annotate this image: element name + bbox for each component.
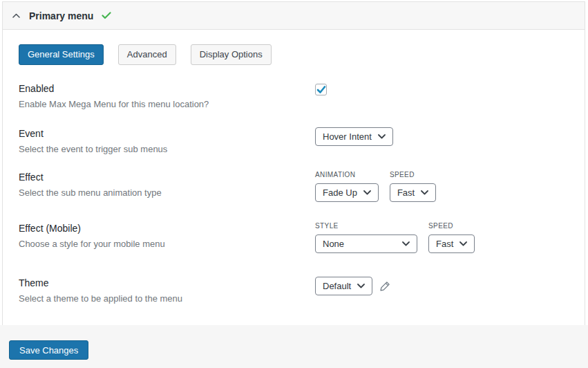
event-select-value: Hover Intent [323, 131, 372, 142]
event-select[interactable]: Hover Intent [315, 127, 393, 146]
tab-advanced[interactable]: Advanced [118, 44, 176, 65]
theme-description: Select a theme to be applied to the menu [19, 293, 315, 304]
enabled-label: Enabled [19, 82, 315, 95]
chevron-down-icon [402, 241, 410, 246]
checkbox-check-icon [316, 86, 326, 94]
setting-row-enabled: Enabled Enable Max Mega Menu for this me… [19, 82, 571, 110]
chevron-down-icon [421, 190, 428, 195]
chevron-down-icon [357, 284, 365, 288]
mobile-speed-value: Fast [436, 239, 453, 249]
setting-row-theme: Theme Select a theme to be applied to th… [19, 277, 571, 304]
mobile-style-select[interactable]: None [315, 234, 417, 253]
event-label: Event [19, 127, 315, 140]
chevron-down-icon [363, 190, 371, 195]
enabled-description: Enable Max Mega Menu for this menu locat… [19, 98, 315, 110]
effect-animation-value: Fade Up [323, 187, 357, 198]
speed-mini-label: SPEED [428, 222, 475, 230]
mobile-speed-select[interactable]: Fast [428, 234, 475, 253]
panel-title: Primary menu [29, 10, 93, 21]
effect-speed-value: Fast [397, 187, 415, 198]
effect-mobile-label: Effect (Mobile) [19, 222, 315, 235]
panel-header[interactable]: Primary menu [3, 2, 585, 30]
theme-select[interactable]: Default [315, 277, 372, 295]
tab-bar: General Settings Advanced Display Option… [19, 44, 571, 65]
setting-row-effect-mobile: Effect (Mobile) Choose a style for your … [19, 222, 571, 253]
panel-body: General Settings Advanced Display Option… [3, 30, 585, 325]
primary-menu-panel: Primary menu General Settings Advanced D… [2, 1, 585, 325]
style-mini-label: STYLE [315, 222, 417, 230]
save-changes-button[interactable]: Save Changes [9, 340, 88, 360]
check-icon [102, 12, 111, 19]
effect-label: Effect [19, 171, 315, 184]
setting-row-event: Event Select the event to trigger sub me… [19, 127, 571, 155]
theme-label: Theme [19, 277, 315, 290]
pencil-icon [379, 280, 391, 292]
panel-footer: Save Changes [0, 325, 588, 368]
chevron-up-icon[interactable] [12, 13, 20, 18]
enabled-checkbox[interactable] [315, 84, 327, 95]
mobile-style-value: None [323, 239, 344, 249]
tab-display-options[interactable]: Display Options [191, 44, 272, 65]
setting-row-effect: Effect Select the sub menu animation typ… [19, 171, 571, 202]
effect-mobile-description: Choose a style for your mobile menu [19, 238, 315, 250]
edit-theme-button[interactable] [379, 280, 391, 292]
chevron-down-icon [378, 134, 386, 139]
theme-select-value: Default [323, 281, 351, 291]
speed-mini-label: SPEED [390, 171, 436, 178]
tab-general-settings[interactable]: General Settings [19, 44, 104, 65]
effect-animation-select[interactable]: Fade Up [315, 183, 379, 202]
animation-mini-label: ANIMATION [315, 171, 379, 178]
effect-speed-select[interactable]: Fast [390, 183, 436, 202]
effect-description: Select the sub menu animation type [19, 187, 315, 199]
event-description: Select the event to trigger sub menus [19, 143, 315, 155]
chevron-down-icon [459, 241, 467, 246]
